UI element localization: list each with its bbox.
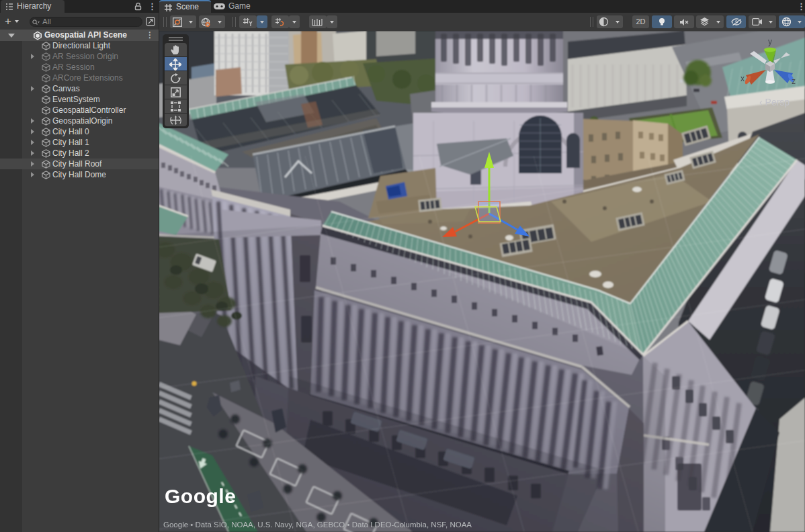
svg-text:y: y xyxy=(768,37,772,46)
svg-text:‹ Persp: ‹ Persp xyxy=(759,97,790,107)
svg-text:x: x xyxy=(740,74,745,83)
svg-text:Google • Data SIO, NOAA, U.S.: Google • Data SIO, NOAA, U.S. Navy, NGA,… xyxy=(163,521,472,529)
svg-text:Google: Google xyxy=(165,485,236,507)
svg-text:z: z xyxy=(792,77,796,86)
